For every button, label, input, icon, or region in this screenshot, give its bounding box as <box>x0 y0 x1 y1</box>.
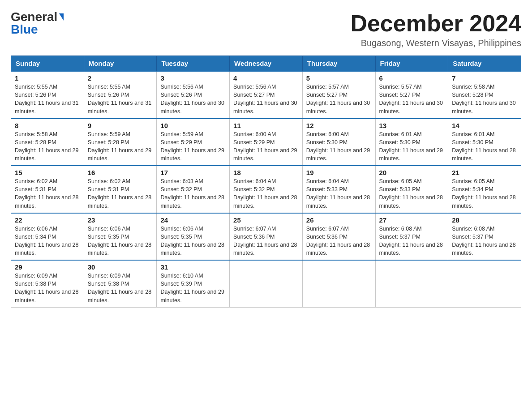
day-info: Sunrise: 5:56 AMSunset: 5:26 PMDaylight:… <box>160 83 226 116</box>
week-row-2: 8Sunrise: 5:58 AMSunset: 5:28 PMDaylight… <box>11 119 521 166</box>
day-cell: 1Sunrise: 5:55 AMSunset: 5:26 PMDaylight… <box>11 71 84 119</box>
day-number: 22 <box>15 216 80 224</box>
day-number: 1 <box>15 74 80 82</box>
day-info: Sunrise: 6:06 AMSunset: 5:35 PMDaylight:… <box>88 225 153 257</box>
day-info: Sunrise: 6:09 AMSunset: 5:38 PMDaylight:… <box>15 272 80 304</box>
day-number: 9 <box>88 122 153 129</box>
day-cell: 2Sunrise: 5:55 AMSunset: 5:26 PMDaylight… <box>84 71 157 119</box>
week-row-4: 22Sunrise: 6:06 AMSunset: 5:34 PMDayligh… <box>11 213 521 261</box>
day-info: Sunrise: 6:05 AMSunset: 5:33 PMDaylight:… <box>379 177 445 210</box>
day-info: Sunrise: 6:04 AMSunset: 5:33 PMDaylight:… <box>306 177 372 210</box>
col-header-friday: Friday <box>375 56 448 72</box>
day-cell: 3Sunrise: 5:56 AMSunset: 5:26 PMDaylight… <box>157 71 230 119</box>
day-info: Sunrise: 6:06 AMSunset: 5:34 PMDaylight:… <box>15 225 80 257</box>
day-number: 3 <box>160 74 226 82</box>
day-info: Sunrise: 5:59 AMSunset: 5:29 PMDaylight:… <box>160 130 226 163</box>
day-number: 5 <box>306 74 372 82</box>
day-cell: 4Sunrise: 5:56 AMSunset: 5:27 PMDaylight… <box>230 71 303 119</box>
day-cell: 9Sunrise: 5:59 AMSunset: 5:28 PMDaylight… <box>84 119 157 166</box>
month-title: December 2024 <box>350 11 521 36</box>
day-info: Sunrise: 6:08 AMSunset: 5:37 PMDaylight:… <box>379 225 445 257</box>
day-number: 2 <box>88 74 153 82</box>
day-number: 24 <box>160 216 226 224</box>
day-cell: 25Sunrise: 6:07 AMSunset: 5:36 PMDayligh… <box>230 213 303 261</box>
day-cell: 12Sunrise: 6:00 AMSunset: 5:30 PMDayligh… <box>302 119 375 166</box>
col-header-saturday: Saturday <box>448 56 521 72</box>
day-info: Sunrise: 6:01 AMSunset: 5:30 PMDaylight:… <box>379 130 445 163</box>
day-cell: 13Sunrise: 6:01 AMSunset: 5:30 PMDayligh… <box>375 119 448 166</box>
day-info: Sunrise: 6:02 AMSunset: 5:31 PMDaylight:… <box>15 177 80 210</box>
location-title: Bugasong, Western Visayas, Philippines <box>350 38 521 48</box>
day-number: 31 <box>160 263 226 271</box>
day-cell <box>302 260 375 307</box>
day-info: Sunrise: 5:58 AMSunset: 5:28 PMDaylight:… <box>452 83 517 116</box>
day-number: 19 <box>306 169 372 176</box>
logo: General Blue <box>11 11 64 36</box>
day-number: 6 <box>379 74 445 82</box>
day-cell: 20Sunrise: 6:05 AMSunset: 5:33 PMDayligh… <box>375 166 448 213</box>
day-number: 28 <box>452 216 517 224</box>
col-header-wednesday: Wednesday <box>230 56 303 72</box>
logo-general: General <box>11 11 57 23</box>
day-info: Sunrise: 6:07 AMSunset: 5:36 PMDaylight:… <box>233 225 299 257</box>
day-cell <box>448 260 521 307</box>
day-info: Sunrise: 5:55 AMSunset: 5:26 PMDaylight:… <box>88 83 153 116</box>
day-cell: 29Sunrise: 6:09 AMSunset: 5:38 PMDayligh… <box>11 260 84 307</box>
day-number: 17 <box>160 169 226 176</box>
day-cell: 7Sunrise: 5:58 AMSunset: 5:28 PMDaylight… <box>448 71 521 119</box>
day-cell: 24Sunrise: 6:06 AMSunset: 5:35 PMDayligh… <box>157 213 230 261</box>
week-row-3: 15Sunrise: 6:02 AMSunset: 5:31 PMDayligh… <box>11 166 521 213</box>
day-info: Sunrise: 6:06 AMSunset: 5:35 PMDaylight:… <box>160 225 226 257</box>
day-cell: 11Sunrise: 6:00 AMSunset: 5:29 PMDayligh… <box>230 119 303 166</box>
day-info: Sunrise: 6:08 AMSunset: 5:37 PMDaylight:… <box>452 225 517 257</box>
day-cell: 8Sunrise: 5:58 AMSunset: 5:28 PMDaylight… <box>11 119 84 166</box>
day-cell: 14Sunrise: 6:01 AMSunset: 5:30 PMDayligh… <box>448 119 521 166</box>
day-number: 23 <box>88 216 153 224</box>
day-info: Sunrise: 6:01 AMSunset: 5:30 PMDaylight:… <box>452 130 517 163</box>
day-number: 27 <box>379 216 445 224</box>
week-row-5: 29Sunrise: 6:09 AMSunset: 5:38 PMDayligh… <box>11 260 521 307</box>
day-number: 18 <box>233 169 299 176</box>
day-number: 16 <box>88 169 153 176</box>
week-row-1: 1Sunrise: 5:55 AMSunset: 5:26 PMDaylight… <box>11 71 521 119</box>
logo-triangle-icon <box>59 13 64 21</box>
day-info: Sunrise: 6:05 AMSunset: 5:34 PMDaylight:… <box>452 177 517 210</box>
calendar-table: SundayMondayTuesdayWednesdayThursdayFrid… <box>11 56 521 308</box>
day-number: 13 <box>379 122 445 129</box>
day-cell: 18Sunrise: 6:04 AMSunset: 5:32 PMDayligh… <box>230 166 303 213</box>
day-cell: 30Sunrise: 6:09 AMSunset: 5:38 PMDayligh… <box>84 260 157 307</box>
page-header: General Blue December 2024 Bugasong, Wes… <box>11 11 521 48</box>
day-info: Sunrise: 6:07 AMSunset: 5:36 PMDaylight:… <box>306 225 372 257</box>
day-number: 29 <box>15 263 80 271</box>
day-number: 10 <box>160 122 226 129</box>
logo-blue: Blue <box>11 23 38 36</box>
day-cell: 28Sunrise: 6:08 AMSunset: 5:37 PMDayligh… <box>448 213 521 261</box>
day-number: 7 <box>452 74 517 82</box>
day-info: Sunrise: 5:55 AMSunset: 5:26 PMDaylight:… <box>15 83 80 116</box>
day-number: 11 <box>233 122 299 129</box>
day-info: Sunrise: 6:02 AMSunset: 5:31 PMDaylight:… <box>88 177 153 210</box>
day-info: Sunrise: 6:10 AMSunset: 5:39 PMDaylight:… <box>160 272 226 304</box>
day-number: 21 <box>452 169 517 176</box>
day-info: Sunrise: 6:09 AMSunset: 5:38 PMDaylight:… <box>88 272 153 304</box>
day-info: Sunrise: 6:00 AMSunset: 5:30 PMDaylight:… <box>306 130 372 163</box>
day-cell: 16Sunrise: 6:02 AMSunset: 5:31 PMDayligh… <box>84 166 157 213</box>
day-cell: 26Sunrise: 6:07 AMSunset: 5:36 PMDayligh… <box>302 213 375 261</box>
day-number: 4 <box>233 74 299 82</box>
title-block: December 2024 Bugasong, Western Visayas,… <box>350 11 521 48</box>
col-header-tuesday: Tuesday <box>157 56 230 72</box>
day-cell: 22Sunrise: 6:06 AMSunset: 5:34 PMDayligh… <box>11 213 84 261</box>
day-cell: 31Sunrise: 6:10 AMSunset: 5:39 PMDayligh… <box>157 260 230 307</box>
col-header-sunday: Sunday <box>11 56 84 72</box>
col-header-monday: Monday <box>84 56 157 72</box>
day-cell <box>375 260 448 307</box>
day-info: Sunrise: 6:03 AMSunset: 5:32 PMDaylight:… <box>160 177 226 210</box>
day-info: Sunrise: 5:59 AMSunset: 5:28 PMDaylight:… <box>88 130 153 163</box>
day-number: 26 <box>306 216 372 224</box>
day-cell: 19Sunrise: 6:04 AMSunset: 5:33 PMDayligh… <box>302 166 375 213</box>
day-cell: 27Sunrise: 6:08 AMSunset: 5:37 PMDayligh… <box>375 213 448 261</box>
day-cell: 5Sunrise: 5:57 AMSunset: 5:27 PMDaylight… <box>302 71 375 119</box>
day-info: Sunrise: 6:00 AMSunset: 5:29 PMDaylight:… <box>233 130 299 163</box>
day-cell: 10Sunrise: 5:59 AMSunset: 5:29 PMDayligh… <box>157 119 230 166</box>
day-number: 15 <box>15 169 80 176</box>
